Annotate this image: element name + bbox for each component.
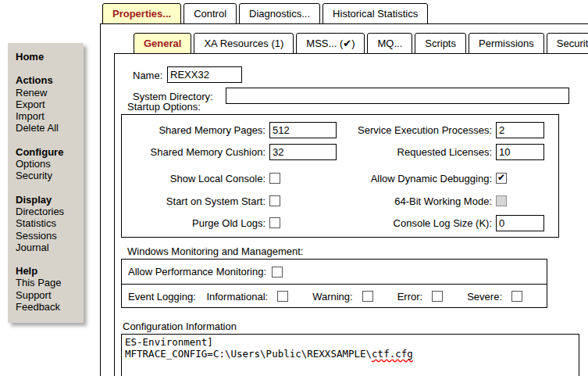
configuration-information-label: Configuration Information: [123, 320, 237, 332]
sidebar-item-options[interactable]: Options: [16, 158, 80, 170]
sidebar-section-help: Help: [16, 265, 80, 277]
name-input[interactable]: [167, 66, 242, 83]
tab-historical-statistics[interactable]: Historical Statistics: [323, 3, 428, 24]
console-log-size-label: Console Log Size (K):: [355, 217, 494, 229]
warning-checkbox[interactable]: [362, 291, 373, 302]
sidebar-spacer: [16, 182, 80, 194]
configuration-textbox[interactable]: ES-Environment] MFTRACE_CONFIG=C:\Users\…: [121, 334, 579, 376]
configuration-line: MFTRACE_CONFIG=C:\Users\Public\REXXSAMPL…: [125, 348, 576, 360]
warning-label: Warning:: [312, 291, 353, 303]
tab-permissions[interactable]: Permissions: [469, 33, 544, 54]
sidebar-section-display: Display: [16, 194, 80, 206]
sidebar-item-renew[interactable]: Renew: [16, 87, 80, 98]
tab-general[interactable]: General: [134, 33, 191, 54]
startup-row-logs: Purge Old Logs: Console Log Size (K):: [122, 214, 558, 231]
show-local-console-label: Show Local Console:: [122, 173, 267, 184]
windows-monitoring-title: Windows Monitoring and Management:: [127, 245, 303, 257]
event-logging-error: Error:: [397, 291, 444, 303]
sidebar-item-this-page[interactable]: This Page: [16, 277, 80, 288]
secondary-tab-bar: General XA Resources (1) MSS... (✔) MQ..…: [134, 33, 588, 54]
allow-performance-monitoring-label: Allow Performance Monitoring:: [128, 266, 266, 278]
error-checkbox[interactable]: [432, 291, 443, 302]
severe-checkbox[interactable]: [511, 291, 522, 302]
console-log-size-input[interactable]: [496, 215, 544, 231]
startup-row-memory-cushion: Shared Memory Cushion: Requested License…: [122, 143, 558, 160]
name-label: Name:: [133, 70, 162, 81]
shared-memory-pages-input[interactable]: [269, 122, 337, 138]
64bit-working-mode-checkbox: [496, 195, 507, 206]
64bit-working-mode-label: 64-Bit Working Mode:: [355, 195, 494, 207]
sidebar-section-actions: Actions: [16, 74, 80, 86]
sidebar-item-directories[interactable]: Directories: [16, 206, 80, 217]
sidebar-spacer: [16, 63, 80, 74]
sidebar-item-import[interactable]: Import: [16, 110, 80, 122]
allow-dynamic-debugging-checkbox[interactable]: [496, 173, 507, 184]
show-local-console-checkbox[interactable]: [269, 173, 280, 184]
tab-mq[interactable]: MQ...: [367, 33, 412, 54]
event-logging-severe: Severe:: [467, 291, 522, 303]
event-logging-warning: Warning:: [312, 291, 373, 303]
windows-monitoring-group: Allow Performance Monitoring: Event Logg…: [121, 259, 547, 308]
sidebar-item-support[interactable]: Support: [16, 289, 80, 301]
severe-label: Severe:: [467, 291, 502, 303]
purge-old-logs-checkbox[interactable]: [269, 217, 280, 228]
sidebar-spacer: [16, 134, 80, 146]
startup-row-memory-pages: Shared Memory Pages: Service Execution P…: [122, 121, 558, 138]
informational-checkbox[interactable]: [277, 291, 288, 302]
esmac-server-properties-page: { "sidebar": { "items": [ {"label": "Hom…: [0, 0, 588, 376]
allow-performance-monitoring-checkbox[interactable]: [272, 267, 283, 278]
start-on-system-start-label: Start on System Start:: [122, 195, 267, 207]
event-logging-row: Event Logging: Informational: Warning: E…: [122, 284, 547, 308]
tab-security[interactable]: Security: [547, 33, 588, 54]
sidebar-item-delete-all[interactable]: Delete All: [16, 122, 80, 134]
event-logging-informational: Informational:: [206, 291, 288, 303]
requested-licenses-input[interactable]: [496, 144, 544, 160]
tab-xa-resources[interactable]: XA Resources (1): [194, 33, 294, 54]
sidebar-spacer: [16, 253, 80, 265]
system-directory-input[interactable]: [226, 88, 569, 104]
performance-monitoring-row: Allow Performance Monitoring:: [122, 260, 547, 284]
error-label: Error:: [397, 291, 423, 303]
start-on-system-start-checkbox[interactable]: [269, 195, 280, 206]
sidebar: Home Actions Renew Export Import Delete …: [8, 43, 84, 323]
sidebar-item-statistics[interactable]: Statistics: [16, 217, 80, 229]
sidebar-item-journal[interactable]: Journal: [16, 242, 80, 253]
sidebar-item-home[interactable]: Home: [16, 51, 80, 63]
service-execution-processes-label: Service Execution Processes:: [355, 124, 494, 136]
startup-options-group: Shared Memory Pages: Service Execution P…: [121, 114, 559, 238]
allow-dynamic-debugging-label: Allow Dynamic Debugging:: [355, 173, 494, 184]
shared-memory-cushion-label: Shared Memory Cushion:: [122, 146, 267, 158]
sidebar-item-security[interactable]: Security: [16, 170, 80, 181]
sidebar-item-export[interactable]: Export: [16, 98, 80, 110]
service-execution-processes-input[interactable]: [496, 122, 544, 138]
startup-options-title: Startup Options:: [127, 101, 201, 113]
tab-properties[interactable]: Properties...: [102, 3, 181, 24]
primary-tab-bar: Properties... Control Diagnostics... His…: [102, 3, 428, 24]
configuration-line: ES-Environment]: [125, 336, 576, 348]
tab-diagnostics[interactable]: Diagnostics...: [239, 3, 320, 24]
event-logging-label: Event Logging:: [128, 291, 206, 303]
startup-row-console-debugging: Show Local Console: Allow Dynamic Debugg…: [122, 170, 558, 187]
requested-licenses-label: Requested Licenses:: [355, 146, 494, 158]
purge-old-logs-label: Purge Old Logs:: [122, 217, 267, 229]
misspelled-word: ctf.cfg: [372, 348, 413, 360]
sidebar-item-feedback[interactable]: Feedback: [16, 301, 80, 313]
tab-control[interactable]: Control: [184, 3, 237, 24]
tab-scripts[interactable]: Scripts: [415, 33, 466, 54]
shared-memory-pages-label: Shared Memory Pages:: [122, 124, 267, 136]
shared-memory-cushion-input[interactable]: [269, 144, 337, 160]
tab-mss[interactable]: MSS... (✔): [296, 33, 365, 54]
startup-row-system-start-64bit: Start on System Start: 64-Bit Working Mo…: [122, 192, 558, 209]
sidebar-item-sessions[interactable]: Sessions: [16, 230, 80, 242]
informational-label: Informational:: [206, 291, 268, 303]
sidebar-section-configure: Configure: [16, 146, 80, 158]
